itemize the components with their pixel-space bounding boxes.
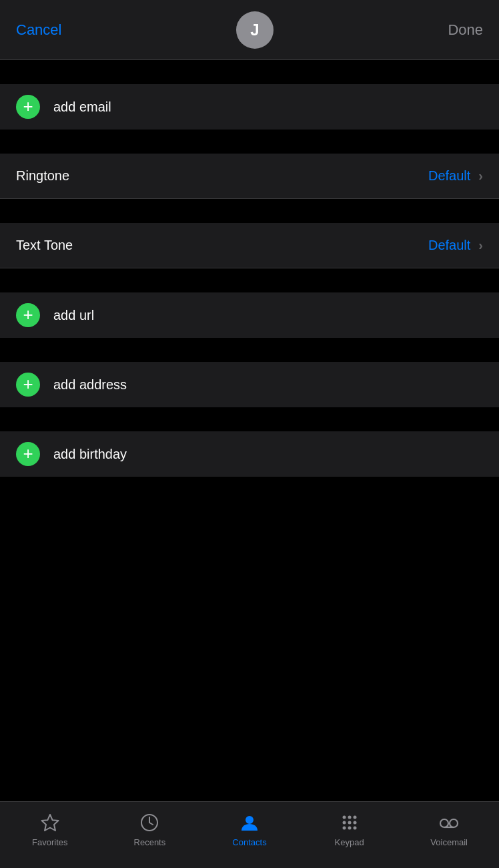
gap-5 <box>0 338 499 362</box>
ringtone-chevron-icon: › <box>478 168 483 184</box>
svg-point-9 <box>342 827 346 830</box>
ringtone-section: Ringtone Default › <box>0 154 499 199</box>
tab-voicemail-label: Voicemail <box>430 837 468 847</box>
text-tone-label: Text Tone <box>16 238 73 253</box>
add-birthday-section: + add birthday <box>0 431 499 477</box>
add-birthday-label: add birthday <box>53 447 127 462</box>
svg-point-13 <box>450 819 458 827</box>
gap-1 <box>0 60 499 84</box>
tab-keypad-label: Keypad <box>335 837 364 847</box>
ringtone-value: Default <box>428 168 470 184</box>
gap-6 <box>0 407 499 431</box>
text-tone-value: Default <box>428 238 470 253</box>
tab-keypad[interactable]: Keypad <box>323 812 376 847</box>
voicemail-icon <box>438 812 460 833</box>
add-address-section: + add address <box>0 362 499 407</box>
svg-point-10 <box>348 827 351 830</box>
add-url-section: + add url <box>0 292 499 338</box>
recents-icon <box>139 812 160 833</box>
add-url-icon: + <box>16 303 40 327</box>
svg-point-7 <box>348 821 351 825</box>
contacts-icon <box>239 812 260 833</box>
svg-marker-0 <box>41 815 58 831</box>
add-email-row[interactable]: + add email <box>0 84 499 130</box>
tab-recents[interactable]: Recents <box>123 812 176 847</box>
add-address-icon: + <box>16 373 40 397</box>
tab-favorites-label: Favorites <box>32 837 67 847</box>
keypad-icon <box>339 812 360 833</box>
done-button[interactable]: Done <box>448 21 483 39</box>
ringtone-label: Ringtone <box>16 168 69 184</box>
text-tone-section: Text Tone Default › <box>0 223 499 268</box>
header: Cancel J Done <box>0 0 499 60</box>
add-address-row[interactable]: + add address <box>0 362 499 407</box>
tab-contacts[interactable]: Contacts <box>223 812 276 847</box>
add-url-label: add url <box>53 308 94 323</box>
main-content: + add email Ringtone Default › Text Tone… <box>0 60 499 544</box>
svg-point-5 <box>353 816 356 819</box>
gap-2 <box>0 130 499 154</box>
tab-recents-label: Recents <box>134 837 166 847</box>
add-url-row[interactable]: + add url <box>0 292 499 338</box>
add-birthday-icon: + <box>16 442 40 466</box>
svg-point-3 <box>342 816 346 819</box>
text-tone-chevron-icon: › <box>478 238 483 253</box>
avatar: J <box>236 11 274 49</box>
text-tone-row[interactable]: Text Tone Default › <box>0 223 499 268</box>
add-birthday-row[interactable]: + add birthday <box>0 431 499 477</box>
favorites-icon <box>39 812 61 833</box>
gap-4 <box>0 268 499 292</box>
svg-point-6 <box>342 821 346 825</box>
add-address-label: add address <box>53 377 127 393</box>
tab-voicemail[interactable]: Voicemail <box>422 812 476 847</box>
add-email-icon: + <box>16 95 40 119</box>
svg-point-2 <box>245 816 254 824</box>
tab-bar: Favorites Recents Contacts Keypad <box>0 801 499 868</box>
text-tone-right: Default › <box>428 238 483 253</box>
tab-contacts-label: Contacts <box>232 837 266 847</box>
svg-point-4 <box>348 816 351 819</box>
svg-point-8 <box>353 821 356 825</box>
add-email-section: + add email <box>0 84 499 130</box>
add-email-label: add email <box>53 99 111 115</box>
tab-favorites[interactable]: Favorites <box>23 812 77 847</box>
ringtone-right: Default › <box>428 168 483 184</box>
svg-point-12 <box>440 819 448 827</box>
ringtone-row[interactable]: Ringtone Default › <box>0 154 499 199</box>
gap-3 <box>0 199 499 223</box>
cancel-button[interactable]: Cancel <box>16 21 61 39</box>
svg-point-11 <box>353 827 356 830</box>
